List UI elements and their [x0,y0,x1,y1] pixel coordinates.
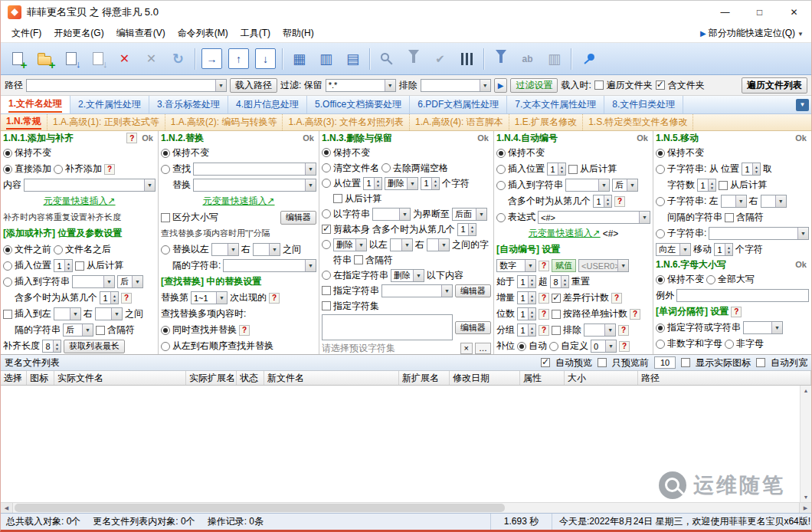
p4-from-end-checkbox[interactable] [568,165,578,174]
p4-increment-help-button[interactable]: ? [539,293,549,304]
column-select[interactable]: 选择 [1,371,27,385]
p3-pos-spinner[interactable]: 1 [363,177,382,190]
subtab-mapping-list[interactable]: 1.A.高级(3): 文件名对照列表 [283,114,410,130]
p4-exclude-dropdown[interactable] [584,323,616,337]
subtab-encoding[interactable]: 1.A.高级(2): 编码与转换等 [165,114,283,130]
p6-spec-string-radio[interactable] [656,323,665,333]
scroll-right-icon[interactable]: ▶ [799,503,811,513]
p3-nth-spinner[interactable]: 1 [457,223,476,236]
pin-button[interactable] [575,46,601,71]
p4-insert-pos-radio[interactable] [496,165,506,174]
tab-pdf-attr[interactable]: 6.PDF文档属性处理 [410,96,507,113]
p3-spec-string-checkbox[interactable] [322,286,331,295]
subtab-regex[interactable]: 1.A.高级(1): 正则表达式等 [47,114,165,130]
p3-cut-self-checkbox[interactable] [322,225,331,234]
tab-classify[interactable]: 8.文件归类处理 [604,96,683,113]
p4-ok-button[interactable]: Ok [634,133,650,143]
file-list-body[interactable]: 运维随笔 ▲ ▼ [1,386,811,502]
p1-nth-help-button[interactable]: ? [121,293,132,304]
p5-direction-dropdown[interactable]: 向左 [656,243,691,256]
p2-replace-dropdown[interactable] [193,179,316,192]
p1-pad-help-button[interactable]: ? [104,164,115,175]
p4-exclude-checkbox[interactable] [552,326,561,335]
p1-insert-pos-spinner[interactable]: 1 [54,259,73,272]
p4-fill-custom-dropdown[interactable]: 0 [591,340,617,353]
tab-office-summary[interactable]: 5.Office文档摘要处理 [307,96,410,113]
tab-image-info[interactable]: 4.图片信息处理 [228,96,307,113]
filter-settings-button[interactable]: 过滤设置 [510,78,558,93]
p4-number-type-dropdown[interactable]: 数字 [496,259,536,272]
filter-pattern-combobox[interactable]: *.* [326,79,396,92]
p1-get-longest-button[interactable]: 获取列表最长 [64,340,125,353]
p3-at-string-radio[interactable] [322,271,331,280]
subtab-script[interactable]: 1.A.高级(4): 语言脚本 [410,114,509,130]
p4-group-spinner[interactable]: 1 [517,323,536,337]
preview-first-checkbox[interactable] [598,358,607,367]
p2-keep-radio[interactable] [161,149,170,158]
p2-simultaneous-help-button[interactable]: ? [239,325,250,336]
p4-per-path-checkbox[interactable] [552,310,561,319]
scroll-up-icon[interactable]: ▲ [804,386,809,396]
column-new-ext[interactable]: 新扩展名 [399,371,450,385]
p2-find-dropdown[interactable] [193,163,316,176]
scroll-down-icon[interactable]: ▼ [804,492,809,502]
tab-music-tag[interactable]: 3.音乐标签处理 [149,96,228,113]
p3-editor-button[interactable]: 编辑器 [455,284,491,297]
p3-between-radio[interactable] [322,240,331,249]
column-attributes[interactable]: 属性 [520,371,565,385]
p3-spec-string-dropdown[interactable] [381,284,453,297]
p5-pos-spinner[interactable]: 1 [742,163,761,176]
p4-keep-radio[interactable] [496,149,506,158]
p4-meta-insert-link[interactable]: 元变量快速插入↗ [529,227,601,240]
p2-editor-button[interactable]: 编辑器 [280,211,316,225]
horizontal-scrollbar[interactable]: ◀ ▶ [1,502,811,513]
p4-group-help-button[interactable]: ? [539,325,549,336]
column-path[interactable]: 路径 [638,371,811,385]
p4-assign-target-dropdown[interactable]: <USER0> [578,259,629,272]
p1-include-sep-checkbox[interactable] [96,326,105,335]
p6-section-help-button[interactable]: ? [731,307,742,317]
p5-substr-custom-dropdown[interactable] [709,227,809,240]
p4-expression-dropdown[interactable]: <#> [538,211,650,224]
p3-charset-editor-button[interactable]: 编辑器 [455,321,491,334]
p1-insert-pos-radio[interactable] [3,261,12,271]
search-button[interactable] [373,46,400,71]
p1-help-button[interactable]: ? [126,133,137,143]
preview-count-input[interactable]: 10 [654,356,676,369]
p1-direct-add-radio[interactable] [3,165,12,174]
tab-filename[interactable]: 1.文件名处理 [1,96,70,113]
adjust-button[interactable] [453,46,480,71]
confirm-button[interactable] [427,46,453,71]
rename-tools-button[interactable] [514,46,541,71]
p2-find-radio[interactable] [161,165,170,174]
p4-type-help-button[interactable]: ? [539,261,549,271]
p3-preset-clear-button[interactable]: × [460,343,473,354]
p3-by-string-radio[interactable] [322,209,331,218]
subtab-normal[interactable]: 1.N.常规 [1,114,47,130]
p3-between-mode-dropdown[interactable]: 删除 [333,238,367,251]
exclude-combobox[interactable] [421,79,491,92]
include-folders-checkbox[interactable] [656,80,665,90]
horizontal-scroll-thumb[interactable] [15,504,505,512]
menu-file[interactable]: 文件(F) [5,25,47,42]
traverse-folders-checkbox[interactable] [594,80,604,90]
p1-keep-radio[interactable] [3,149,12,158]
p5-substr-between-radio[interactable] [656,197,665,206]
p3-delete-mode-dropdown[interactable]: 删除 [385,177,418,190]
load-list-button[interactable] [57,46,84,71]
tab-overflow-button[interactable] [796,99,809,111]
p3-from-end-checkbox[interactable] [333,194,342,203]
p4-fill-custom-radio[interactable] [549,342,558,351]
add-folder-button[interactable] [31,46,57,71]
p5-substr-pos-radio[interactable] [656,165,665,174]
p3-side-dropdown[interactable]: 后面 [452,208,487,221]
p1-insert-between-checkbox[interactable] [3,310,12,319]
p6-except-input[interactable] [676,289,809,302]
tab-text-attr[interactable]: 7.文本文件属性处理 [507,96,604,113]
column-status[interactable]: 状态 [237,371,264,385]
scroll-left-icon[interactable]: ◀ [1,503,13,513]
p4-increment-spinner[interactable]: 1 [517,291,536,304]
p6-ok-button[interactable]: Ok [793,260,809,269]
p4-expression-radio[interactable] [496,213,506,222]
p5-move-spinner[interactable]: 1 [714,243,733,256]
